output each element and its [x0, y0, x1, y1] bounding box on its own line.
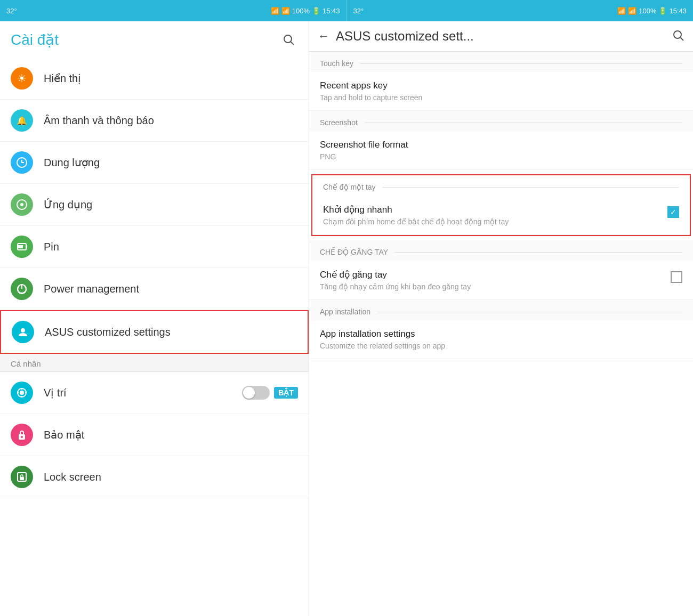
svg-point-10: [21, 328, 25, 333]
time-right: 15:43: [669, 7, 687, 15]
sidebar-item-lock-screen[interactable]: Lock screen: [0, 456, 309, 498]
ung-dung-icon: [11, 193, 33, 216]
wifi-icon-left: 📶: [271, 7, 279, 15]
hien-thi-label: Hiển thị: [44, 72, 81, 85]
power-label: Power management: [44, 283, 139, 295]
one-hand-line: [382, 187, 679, 188]
sidebar-item-vi-tri[interactable]: Vị trí BẬT: [0, 372, 309, 414]
khoi-dong-nhanh-checkbox[interactable]: [667, 206, 679, 218]
glove-line: [394, 252, 682, 253]
sidebar-item-power[interactable]: Power management: [0, 268, 309, 310]
sidebar-item-bao-mat[interactable]: Bảo mật: [0, 414, 309, 456]
vi-tri-label: Vị trí: [44, 386, 67, 399]
ung-dung-label: Ứng dụng: [44, 198, 92, 211]
battery-icon-left: 🔋: [312, 7, 320, 15]
recent-apps-subtitle: Tap and hold to capture screen: [320, 93, 682, 102]
power-icon: [11, 278, 33, 300]
right-content: Touch key Recent apps key Tap and hold t…: [309, 52, 693, 616]
vi-tri-toggle[interactable]: BẬT: [242, 386, 298, 400]
am-thanh-label: Âm thanh và thông báo: [44, 115, 154, 127]
back-button[interactable]: ←: [318, 29, 329, 43]
personal-section-label: Cá nhân: [0, 354, 309, 371]
svg-point-21: [674, 31, 681, 38]
status-icons-left: 📶 📶 100% 🔋 15:43: [271, 7, 340, 15]
gang-tay-subtitle: Tăng độ nhạy cảm ứng khi bạn đeo găng ta…: [320, 282, 664, 291]
app-install-settings-item[interactable]: App installation settings Customize the …: [309, 320, 693, 359]
svg-point-18: [21, 436, 23, 438]
toggle-track[interactable]: [242, 386, 270, 400]
bao-mat-label: Bảo mật: [44, 428, 84, 441]
screenshot-section-header: Screenshot: [309, 111, 693, 131]
sidebar-item-hien-thi[interactable]: ☀ Hiển thị: [0, 58, 309, 100]
hien-thi-icon: ☀: [11, 67, 33, 90]
glove-label: CHẾ ĐỘ GĂNG TAY: [320, 248, 388, 256]
gang-tay-check[interactable]: [671, 271, 682, 283]
pin-label: Pin: [44, 241, 59, 253]
battery-icon-right: 🔋: [658, 7, 667, 15]
left-panel: Cài đặt ☀ Hiển thị 🔔 Âm thanh và thông b…: [0, 21, 309, 616]
status-icons-right: 📶 📶 100% 🔋 15:43: [617, 7, 687, 15]
che-do-mot-tay-section: Chế độ một tay Khởi động nhanh Chạm đôi …: [311, 174, 691, 236]
lock-screen-label: Lock screen: [44, 471, 101, 483]
gang-tay-content: Chế độ găng tay Tăng độ nhạy cảm ứng khi…: [320, 269, 664, 291]
gang-tay-checkbox[interactable]: [671, 271, 682, 283]
touch-key-label: Touch key: [320, 59, 353, 68]
svg-rect-6: [18, 245, 23, 248]
am-thanh-icon: 🔔: [11, 109, 33, 132]
screenshot-format-value: PNG: [320, 152, 682, 161]
right-header: ← ASUS customized sett...: [309, 21, 693, 52]
khoi-dong-nhanh-check[interactable]: [667, 206, 679, 218]
svg-line-22: [681, 38, 684, 41]
sidebar-item-pin[interactable]: Pin: [0, 226, 309, 268]
glove-section-header: CHẾ ĐỘ GĂNG TAY: [309, 240, 693, 261]
status-bar-right: 32° 📶 📶 100% 🔋 15:43: [347, 0, 694, 21]
dung-luong-icon: [11, 151, 33, 174]
sidebar-item-asus-settings[interactable]: ASUS customized settings: [0, 310, 309, 354]
signal-icon-left: 📶: [281, 7, 290, 15]
svg-rect-7: [26, 245, 27, 248]
screenshot-format-item[interactable]: Screenshot file format PNG: [309, 131, 693, 170]
toggle-knob: [243, 387, 255, 399]
app-install-section-header: App installation: [309, 300, 693, 320]
battery-left: 100%: [292, 7, 310, 15]
recent-apps-title: Recent apps key: [320, 80, 682, 91]
svg-point-12: [20, 391, 23, 394]
signal-icon-right: 📶: [628, 7, 636, 15]
touch-key-line: [360, 63, 682, 64]
screenshot-format-title: Screenshot file format: [320, 140, 682, 150]
status-bar: 32° 📶 📶 100% 🔋 15:43 32° 📶 📶 100% 🔋 15:4…: [0, 0, 693, 21]
svg-rect-20: [20, 477, 24, 480]
svg-point-4: [20, 203, 23, 206]
left-header: Cài đặt: [0, 21, 309, 58]
bao-mat-icon: [11, 424, 33, 446]
right-search-button[interactable]: [672, 29, 684, 44]
time-left: 15:43: [323, 7, 340, 15]
right-panel-title: ASUS customized sett...: [336, 29, 672, 44]
lock-screen-icon: [11, 466, 33, 488]
toggle-on-label: BẬT: [274, 387, 298, 399]
wifi-icon-right: 📶: [617, 7, 626, 15]
screenshot-line: [364, 123, 682, 123]
sidebar-item-am-thanh[interactable]: 🔔 Âm thanh và thông báo: [0, 100, 309, 142]
pin-icon: [11, 236, 33, 258]
khoi-dong-nhanh-item[interactable]: Khởi động nhanh Chạm đôi phím home để bậ…: [312, 196, 690, 235]
one-hand-label: Chế độ một tay: [323, 183, 376, 191]
app-install-settings-title: App installation settings: [320, 329, 682, 339]
app-install-label: App installation: [320, 307, 370, 316]
app-install-line: [377, 312, 682, 312]
svg-line-1: [291, 42, 294, 45]
sidebar-item-ung-dung[interactable]: Ứng dụng: [0, 184, 309, 226]
sidebar-item-dung-luong[interactable]: Dung lượng: [0, 142, 309, 184]
khoi-dong-nhanh-content: Khởi động nhanh Chạm đôi phím home để bậ…: [323, 204, 661, 226]
touch-key-section-header: Touch key: [309, 52, 693, 72]
status-bar-left: 32° 📶 📶 100% 🔋 15:43: [0, 0, 346, 21]
app-install-settings-subtitle: Customize the related settings on app: [320, 342, 682, 350]
asus-settings-label: ASUS customized settings: [45, 326, 171, 338]
khoi-dong-nhanh-title: Khởi động nhanh: [323, 204, 661, 215]
settings-title: Cài đặt: [11, 31, 59, 48]
screenshot-label: Screenshot: [320, 118, 358, 127]
gang-tay-item[interactable]: Chế độ găng tay Tăng độ nhạy cảm ứng khi…: [309, 261, 693, 300]
left-search-button[interactable]: [279, 30, 298, 49]
recent-apps-item[interactable]: Recent apps key Tap and hold to capture …: [309, 72, 693, 111]
settings-list: ☀ Hiển thị 🔔 Âm thanh và thông báo Dung …: [0, 58, 309, 616]
